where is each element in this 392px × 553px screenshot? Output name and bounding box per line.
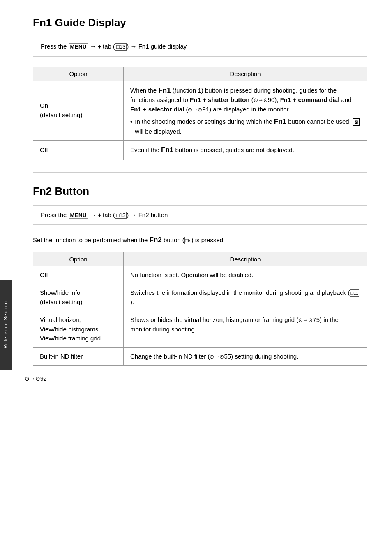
section1-col-option: Option: [33, 67, 124, 81]
nav2-suffix: ) → Fn2 button: [127, 211, 168, 218]
nav2-ref: □13: [115, 212, 127, 219]
sidebar-panel: Reference Section: [0, 280, 12, 370]
bullet-item: • In the shooting modes or settings duri…: [130, 116, 360, 136]
nav1-suffix: ) → Fn1 guide display: [127, 43, 187, 50]
sidebar-label: Reference Section: [3, 301, 9, 349]
blocked-icon: ⊠: [353, 118, 360, 127]
table-row: Virtual horizon,View/hide histograms,Vie…: [33, 311, 367, 348]
footer: ⊙→⊙92: [25, 375, 47, 382]
table-row: Built-in ND filter Change the built-in N…: [33, 347, 367, 366]
fn2-row1-option: Off: [33, 266, 124, 284]
fn2-row1-desc: No function is set. Operation will be di…: [124, 266, 367, 284]
fn2-row2-option: Show/hide info(default setting): [33, 284, 124, 311]
ref-box-11: □11: [350, 289, 359, 297]
fn2-row4-desc: Change the built-in ND filter (⊙→⊙55) se…: [124, 347, 367, 366]
table-row: Off No function is set. Operation will b…: [33, 266, 367, 284]
nav1-ref: □13: [115, 43, 127, 51]
row1-option: On(default setting): [33, 81, 124, 141]
section1-table: Option Description On(default setting) W…: [33, 67, 367, 160]
section1-col-desc: Description: [124, 67, 367, 81]
table-row: Off Even if the Fn1 button is pressed, g…: [33, 141, 367, 160]
table-row: Show/hide info(default setting) Switches…: [33, 284, 367, 311]
fn2-row4-option: Built-in ND filter: [33, 347, 124, 366]
section-divider: [33, 172, 367, 173]
nav2-arrow: → ♦ tab (: [90, 211, 115, 218]
nav1-arrow: → ♦ tab (: [90, 43, 115, 50]
row2-desc: Even if the Fn1 button is pressed, guide…: [124, 141, 367, 160]
row2-option: Off: [33, 141, 124, 160]
fn2-row3-desc: Shows or hides the virtual horizon, hist…: [124, 311, 367, 348]
table-row: On(default setting) When the Fn1 (functi…: [33, 81, 367, 141]
fn1-label: Fn1: [158, 86, 171, 94]
section2-col-desc: Description: [124, 252, 367, 266]
page-container: Reference Section Fn1 Guide Display Pres…: [0, 0, 392, 394]
ref-box-5: □5: [184, 237, 191, 245]
section2-nav-box: Press the MENU → ♦ tab (□13) → Fn2 butto…: [33, 205, 367, 225]
row1-desc: When the Fn1 (function 1) button is pres…: [124, 81, 367, 141]
fn2-row2-desc: Switches the information displayed in th…: [124, 284, 367, 311]
section2-table: Option Description Off No function is se…: [33, 252, 367, 366]
section1-nav-box: Press the MENU → ♦ tab (□13) → Fn1 guide…: [33, 37, 367, 57]
nav2-prefix: Press the: [41, 211, 67, 218]
nav1-prefix: Press the: [41, 43, 67, 50]
nav1-menu-label: MENU: [69, 43, 88, 50]
section2-title: Fn2 Button: [33, 185, 367, 198]
page-number: ⊙→⊙92: [25, 375, 47, 382]
cam-arrow-75: ⊙→⊙: [298, 317, 313, 323]
nav2-menu-label: MENU: [69, 212, 88, 219]
cam-arrow-55: ⊙→⊙: [210, 354, 224, 360]
section1-title: Fn1 Guide Display: [33, 16, 367, 29]
section2-intro: Set the function to be performed when th…: [33, 235, 367, 245]
section2-col-option: Option: [33, 252, 124, 266]
fn2-row3-option: Virtual horizon,View/hide histograms,Vie…: [33, 311, 124, 348]
fn2-label-intro: Fn2: [150, 236, 162, 244]
